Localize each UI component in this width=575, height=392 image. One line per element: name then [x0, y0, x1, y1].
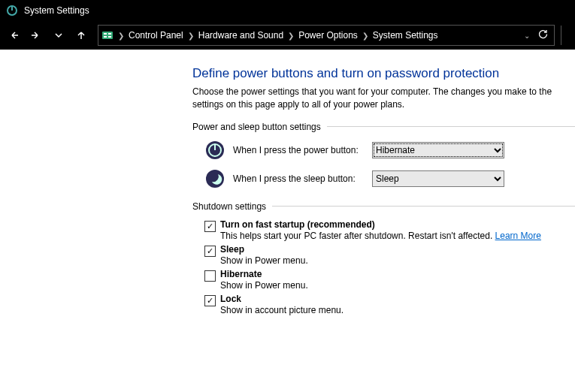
fast-startup-sub: This helps start your PC faster after sh… — [220, 231, 541, 241]
svg-rect-3 — [104, 33, 107, 35]
app-icon — [6, 5, 18, 17]
svg-rect-6 — [108, 36, 111, 38]
sleep-checkbox[interactable] — [204, 246, 216, 257]
chevron-right-icon[interactable]: ❯ — [118, 32, 124, 40]
crumb-power-options[interactable]: Power Options — [298, 30, 358, 41]
svg-rect-5 — [104, 36, 107, 38]
power-button-row: When I press the power button: Hibernate — [204, 140, 575, 161]
nav-bar: ❯ Control Panel ❯ Hardware and Sound ❯ P… — [0, 21, 575, 50]
up-button[interactable] — [71, 25, 92, 46]
hibernate-option-row: Hibernate Show in Power menu. — [204, 269, 575, 291]
hibernate-title: Hibernate — [220, 269, 308, 279]
fast-startup-checkbox[interactable] — [204, 221, 216, 232]
recent-locations-button[interactable] — [48, 25, 69, 46]
sleep-option-row: Sleep Show in Power menu. — [204, 244, 575, 266]
power-icon — [204, 140, 225, 161]
refresh-icon[interactable] — [537, 29, 548, 42]
sleep-button-label: When I press the sleep button: — [233, 173, 365, 184]
crumb-system-settings[interactable]: System Settings — [373, 30, 438, 41]
chevron-right-icon[interactable]: ❯ — [362, 32, 368, 40]
address-dropdown-icon[interactable]: ⌄ — [524, 32, 530, 40]
lock-sub: Show in account picture menu. — [220, 305, 343, 315]
power-button-label: When I press the power button: — [233, 145, 365, 155]
divider — [327, 126, 575, 127]
crumb-hardware-sound[interactable]: Hardware and Sound — [198, 30, 283, 41]
back-button[interactable] — [3, 25, 24, 46]
group-power-sleep-title: Power and sleep button settings — [192, 122, 321, 132]
svg-rect-2 — [102, 32, 113, 39]
svg-rect-4 — [108, 33, 111, 35]
search-box[interactable] — [561, 26, 572, 45]
chevron-right-icon[interactable]: ❯ — [188, 32, 194, 40]
fast-startup-title: Turn on fast startup (recommended) — [220, 219, 541, 230]
crumb-control-panel[interactable]: Control Panel — [129, 30, 183, 41]
forward-button[interactable] — [26, 25, 47, 46]
group-shutdown-header: Shutdown settings — [192, 201, 575, 212]
sleep-sub: Show in Power menu. — [220, 255, 308, 266]
sleep-button-row: When I press the sleep button: Sleep — [204, 168, 575, 189]
page-heading: Define power buttons and turn on passwor… — [192, 66, 575, 81]
main-content: Define power buttons and turn on passwor… — [0, 50, 575, 315]
divider — [272, 206, 575, 207]
learn-more-link[interactable]: Learn More — [495, 231, 541, 241]
title-bar: System Settings — [0, 0, 575, 21]
group-shutdown-title: Shutdown settings — [192, 201, 266, 212]
address-bar[interactable]: ❯ Control Panel ❯ Hardware and Sound ❯ P… — [98, 25, 555, 46]
page-description: Choose the power settings that you want … — [192, 86, 575, 111]
sleep-title: Sleep — [220, 244, 308, 255]
fast-startup-row: Turn on fast startup (recommended) This … — [204, 219, 575, 241]
window-title: System Settings — [24, 0, 89, 21]
moon-icon — [204, 168, 225, 189]
power-button-select[interactable]: Hibernate — [372, 142, 504, 158]
control-panel-icon — [101, 29, 113, 41]
hibernate-checkbox[interactable] — [204, 270, 216, 282]
lock-title: Lock — [220, 294, 343, 304]
lock-checkbox[interactable] — [204, 295, 216, 306]
group-power-sleep-header: Power and sleep button settings — [192, 122, 575, 132]
chevron-right-icon[interactable]: ❯ — [288, 32, 294, 40]
hibernate-sub: Show in Power menu. — [220, 280, 308, 291]
sleep-button-select[interactable]: Sleep — [372, 170, 504, 187]
lock-option-row: Lock Show in account picture menu. — [204, 294, 575, 315]
